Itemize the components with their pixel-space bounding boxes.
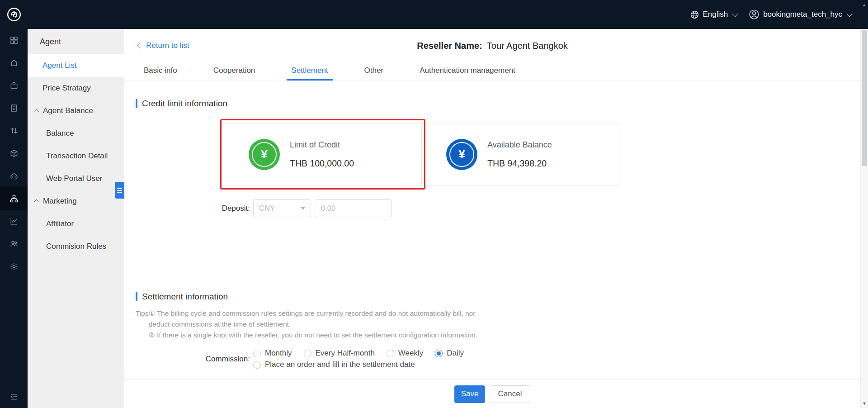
sidebar-item-label: Agent Balance — [43, 106, 93, 115]
sidebar-item-label: Price Stratagy — [42, 84, 91, 93]
scrollbar-track[interactable] — [860, 29, 868, 399]
section-divider — [136, 268, 844, 268]
language-label: English — [703, 10, 728, 19]
tab-bar: Basic info Cooperation Settlement Other … — [124, 62, 860, 81]
chevron-down-icon — [732, 11, 738, 17]
select-caret-icon — [301, 207, 305, 210]
cancel-button[interactable]: Cancel — [490, 385, 530, 403]
language-switcher[interactable]: English — [690, 10, 736, 19]
user-menu[interactable]: bookingmeta_tech_hyc — [748, 9, 851, 20]
vertical-scrollbar[interactable]: ▲ ▼ — [860, 0, 868, 408]
card-label: Available Balance — [487, 140, 552, 150]
deposit-label: Deposit: — [124, 204, 250, 213]
radio-icon — [387, 350, 394, 357]
return-to-list-link[interactable]: Return to list — [138, 41, 189, 50]
tab-authentication-management[interactable]: Authentication management — [415, 62, 520, 81]
scroll-up-arrow[interactable]: ▲ — [860, 0, 868, 29]
settlement-tips: Tips ① The billing cycle and commission … — [136, 308, 860, 341]
scroll-down-arrow[interactable]: ▼ — [860, 399, 868, 408]
sidebar-item-label: Agent List — [42, 61, 77, 70]
reseller-label: Reseller Name: — [417, 40, 482, 50]
rail-products-icon[interactable] — [0, 142, 28, 165]
radio-every-half-month[interactable]: Every Half-month — [304, 349, 375, 358]
rail-analytics-icon[interactable] — [0, 210, 28, 232]
card-value: THB 94,398.20 — [487, 158, 552, 169]
username-label: bookingmeta_tech_hyc — [763, 10, 842, 19]
deposit-amount-input[interactable] — [315, 199, 392, 217]
credit-cards: ¥ Limit of Credit THB 100,000.00 ¥ Avail… — [224, 123, 860, 185]
main-content: Return to list Reseller Name:Tour Agent … — [124, 29, 860, 408]
user-avatar-icon — [748, 9, 760, 20]
scrollbar-thumb[interactable] — [862, 30, 867, 166]
tab-basic-info[interactable]: Basic info — [139, 62, 182, 81]
topbar: English bookingmeta_tech_hyc — [0, 0, 868, 29]
tips-prefix: Tips — [136, 308, 149, 341]
sidebar-item-label: Affiliator — [46, 219, 74, 228]
reseller-name: Reseller Name:Tour Agent Bangkok — [417, 40, 568, 51]
deposit-row: Deposit: CNY — [124, 199, 860, 217]
save-button[interactable]: Save — [454, 385, 485, 403]
sidebar-group-agent-balance[interactable]: Agent Balance — [28, 100, 124, 122]
radio-checked-icon — [435, 350, 443, 357]
commission-row: Commission: Monthly Every Half-month Wee… — [124, 349, 860, 369]
credit-section-title: Credit limit information — [136, 99, 860, 109]
radio-place-order-settlement-date[interactable]: Place an order and fill in the settlemen… — [253, 360, 415, 369]
rail-documents-icon[interactable] — [0, 97, 28, 119]
collapse-lines-icon — [117, 190, 122, 191]
icon-rail — [0, 29, 28, 408]
section-bar — [136, 99, 137, 108]
tab-settlement[interactable]: Settlement — [287, 62, 332, 81]
menu-fold-icon[interactable] — [0, 385, 28, 408]
rail-orders-icon[interactable] — [0, 74, 28, 97]
sidebar: Agent Agent List Price Stratagy Agent Ba… — [28, 29, 124, 408]
radio-icon — [253, 361, 261, 369]
radio-icon — [304, 350, 311, 357]
sidebar-collapse-handle[interactable] — [115, 182, 124, 199]
page-header: Return to list Reseller Name:Tour Agent … — [124, 29, 860, 62]
rail-transfer-icon[interactable] — [0, 119, 28, 142]
rail-home-icon[interactable] — [0, 52, 28, 74]
radio-icon — [253, 350, 261, 357]
app-logo — [0, 6, 28, 23]
sidebar-item-label: Transaction Detail — [46, 152, 108, 161]
sidebar-group-marketing[interactable]: Marketing — [28, 190, 124, 213]
rail-settings-icon[interactable] — [0, 255, 28, 278]
sidebar-item-balance[interactable]: Balance — [28, 122, 124, 145]
return-label: Return to list — [146, 41, 189, 50]
tips-line: ② If there is a single knot with the res… — [149, 330, 477, 341]
rail-organization-icon[interactable] — [0, 187, 28, 210]
chevron-left-icon — [137, 43, 143, 48]
radio-weekly[interactable]: Weekly — [387, 349, 423, 358]
sidebar-item-price-stratagy[interactable]: Price Stratagy — [28, 77, 124, 100]
limit-of-credit-card: ¥ Limit of Credit THB 100,000.00 — [224, 123, 422, 185]
deposit-currency-select[interactable]: CNY — [253, 199, 311, 217]
section-bar — [136, 292, 137, 301]
radio-daily[interactable]: Daily — [435, 349, 464, 358]
sidebar-item-affiliator[interactable]: Affiliator — [28, 213, 124, 235]
reseller-value: Tour Agent Bangkok — [487, 40, 568, 50]
tab-other[interactable]: Other — [360, 62, 388, 81]
sidebar-item-agent-list[interactable]: Agent List — [28, 54, 124, 77]
rail-dashboard-icon[interactable] — [0, 29, 28, 52]
tab-cooperation[interactable]: Cooperation — [209, 62, 260, 81]
rail-customer-service-icon[interactable] — [0, 165, 28, 187]
rail-users-icon[interactable] — [0, 232, 28, 255]
available-balance-card: ¥ Available Balance THB 94,398.20 — [421, 123, 619, 185]
chevron-up-icon — [34, 199, 39, 204]
selected-currency: CNY — [259, 204, 275, 213]
sidebar-item-web-portal-user[interactable]: Web Portal User — [28, 167, 124, 190]
tips-line: deduct commissions at the time of settle… — [149, 319, 477, 330]
yen-coin-blue-icon: ¥ — [446, 139, 477, 170]
sidebar-item-label: Marketing — [43, 197, 77, 206]
radio-monthly[interactable]: Monthly — [253, 349, 292, 358]
card-label: Limit of Credit — [290, 140, 354, 150]
sidebar-item-transaction-detail[interactable]: Transaction Detail — [28, 145, 124, 167]
chevron-down-icon — [847, 11, 853, 17]
section-title-label: Settlement information — [142, 292, 228, 302]
commission-label: Commission: — [124, 355, 250, 364]
sidebar-title: Agent — [28, 29, 124, 54]
sidebar-item-label: Commision Rules — [46, 242, 106, 251]
globe-icon — [690, 10, 699, 19]
sidebar-item-commision-rules[interactable]: Commision Rules — [28, 235, 124, 258]
section-title-label: Credit limit information — [142, 99, 227, 109]
